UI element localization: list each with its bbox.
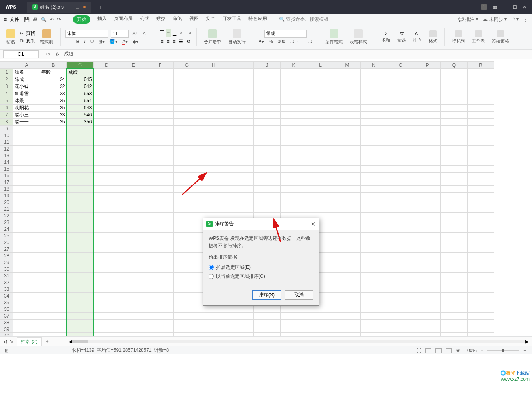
cell-G29[interactable] [174, 259, 200, 266]
fx-icon[interactable]: fx [56, 51, 59, 57]
cell-R40[interactable] [468, 332, 494, 336]
cell-D12[interactable] [94, 145, 120, 152]
cell-E40[interactable] [120, 332, 147, 336]
cell-B23[interactable] [40, 219, 67, 226]
cell-G24[interactable] [174, 226, 200, 232]
cell-O3[interactable] [387, 83, 414, 90]
cell-G31[interactable] [174, 272, 200, 279]
cell-O9[interactable] [387, 125, 414, 132]
row-header-23[interactable]: 23 [0, 219, 13, 226]
cell-C4[interactable]: 653 [67, 90, 94, 97]
cell-J18[interactable] [254, 185, 281, 192]
copy-button[interactable]: ⧉复制 [20, 38, 35, 44]
col-header-E[interactable]: E [120, 62, 147, 69]
cell-H20[interactable] [200, 199, 227, 206]
cell-I6[interactable] [227, 104, 254, 111]
cell-J39[interactable] [254, 326, 281, 332]
cell-P35[interactable] [414, 299, 441, 306]
cell-N39[interactable] [361, 326, 387, 332]
grid-area[interactable]: ABCDEFGHIJKLMNOPQR1姓名年龄成绩2陈成246453花小蝶226… [0, 61, 532, 336]
cell-G28[interactable] [174, 252, 200, 259]
col-header-A[interactable]: A [13, 62, 40, 69]
cell-E6[interactable] [120, 104, 147, 111]
cell-F19[interactable] [147, 192, 174, 199]
cell-C11[interactable] [67, 139, 94, 145]
cell-R21[interactable] [468, 206, 494, 212]
cell-N33[interactable] [361, 286, 387, 292]
cell-F22[interactable] [147, 212, 174, 219]
cell-N19[interactable] [361, 192, 387, 199]
cell-O18[interactable] [387, 185, 414, 192]
cell-C12[interactable] [67, 145, 94, 152]
cell-J19[interactable] [254, 192, 281, 199]
cell-N38[interactable] [361, 319, 387, 326]
cell-D2[interactable] [94, 76, 120, 83]
cell-Q25[interactable] [441, 232, 468, 239]
hscroll[interactable]: ◀ ▶ [68, 339, 529, 344]
cell-A16[interactable] [13, 172, 40, 179]
cell-F9[interactable] [147, 125, 174, 132]
cell-C15[interactable] [67, 165, 94, 172]
cell-E10[interactable] [120, 132, 147, 139]
cell-Q18[interactable] [441, 185, 468, 192]
cell-E1[interactable] [120, 69, 147, 76]
cell-D9[interactable] [94, 125, 120, 132]
cell-N27[interactable] [361, 246, 387, 252]
cell-N37[interactable] [361, 312, 387, 319]
cell-F2[interactable] [147, 76, 174, 83]
cell-I3[interactable] [227, 83, 254, 90]
cell-Q39[interactable] [441, 326, 468, 332]
cell-O10[interactable] [387, 132, 414, 139]
cell-M4[interactable] [334, 90, 361, 97]
cell-O11[interactable] [387, 139, 414, 145]
cell-L2[interactable] [307, 76, 334, 83]
cell-N23[interactable] [361, 219, 387, 226]
cell-N30[interactable] [361, 266, 387, 272]
cell-R27[interactable] [468, 246, 494, 252]
cell-I8[interactable] [227, 118, 254, 125]
cell-R3[interactable] [468, 83, 494, 90]
cell-D29[interactable] [94, 259, 120, 266]
cell-Q11[interactable] [441, 139, 468, 145]
cell-D18[interactable] [94, 185, 120, 192]
zoom-value[interactable]: 100% [464, 348, 477, 353]
col-header-G[interactable]: G [174, 62, 200, 69]
cell-I14[interactable] [227, 159, 254, 165]
cell-A20[interactable] [13, 199, 40, 206]
cell-K10[interactable] [281, 132, 307, 139]
decrease-font-button[interactable]: A⁻ [141, 31, 149, 37]
col-header-C[interactable]: C [67, 62, 94, 69]
cell-O40[interactable] [387, 332, 414, 336]
zoom-thumb[interactable] [502, 349, 504, 352]
cell-M25[interactable] [334, 232, 361, 239]
cell-K37[interactable] [281, 312, 307, 319]
cell-O6[interactable] [387, 104, 414, 111]
cell-F7[interactable] [147, 111, 174, 118]
row-header-8[interactable]: 8 [0, 118, 13, 125]
cell-Q35[interactable] [441, 299, 468, 306]
col-header-K[interactable]: K [281, 62, 307, 69]
cell-K20[interactable] [281, 199, 307, 206]
cell-C31[interactable] [67, 272, 94, 279]
cell-R26[interactable] [468, 239, 494, 246]
cell-R8[interactable] [468, 118, 494, 125]
cell-L37[interactable] [307, 312, 334, 319]
cell-J7[interactable] [254, 111, 281, 118]
cell-P38[interactable] [414, 319, 441, 326]
cell-N6[interactable] [361, 104, 387, 111]
cell-G22[interactable] [174, 212, 200, 219]
cell-B9[interactable] [40, 125, 67, 132]
cell-G39[interactable] [174, 326, 200, 332]
cell-D13[interactable] [94, 152, 120, 159]
cell-A14[interactable] [13, 159, 40, 165]
cell-Q6[interactable] [441, 104, 468, 111]
sheet-tab[interactable]: 姓名 (2) [17, 337, 42, 346]
cell-O36[interactable] [387, 306, 414, 312]
cell-Q37[interactable] [441, 312, 468, 319]
close-button[interactable]: ✕ [523, 4, 526, 10]
cell-C5[interactable]: 654 [67, 97, 94, 104]
cell-J3[interactable] [254, 83, 281, 90]
cell-F37[interactable] [147, 312, 174, 319]
cell-B13[interactable] [40, 152, 67, 159]
cell-D22[interactable] [94, 212, 120, 219]
